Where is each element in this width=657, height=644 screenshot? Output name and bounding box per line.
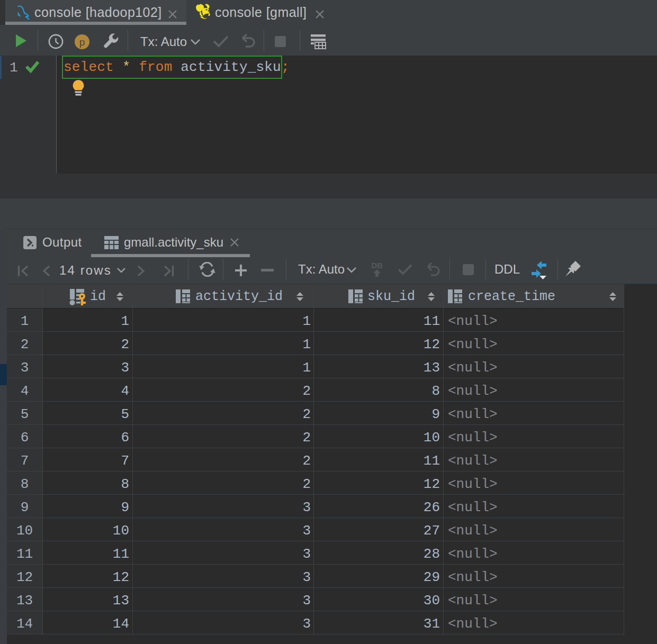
svg-text:DB: DB	[371, 261, 383, 270]
svg-text:p: p	[79, 37, 85, 48]
